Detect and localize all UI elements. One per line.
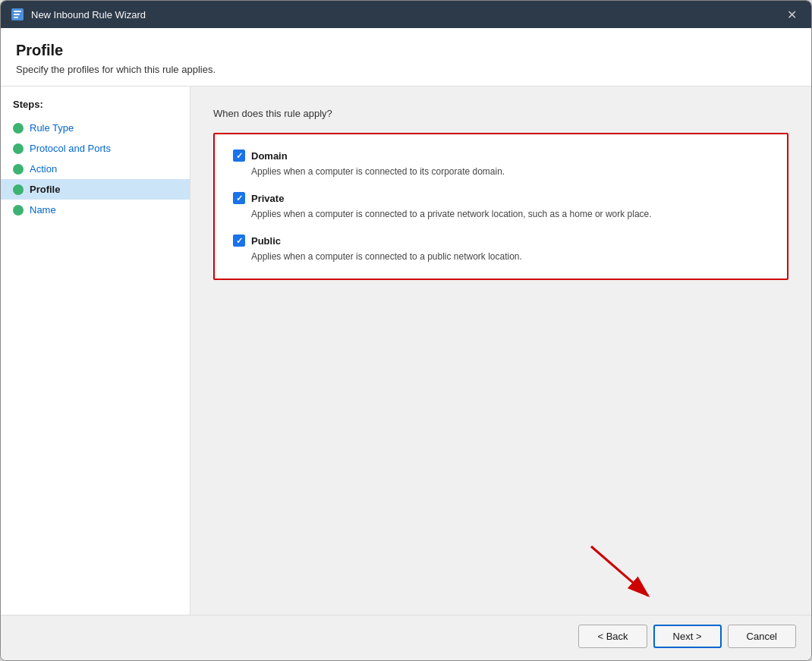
private-option: ✓ Private Applies when a computer is con… (233, 192, 769, 221)
sidebar-item-protocol-ports[interactable]: Protocol and Ports (1, 138, 190, 159)
svg-rect-3 (14, 17, 18, 18)
domain-checkbox-row: ✓ Domain (233, 150, 769, 162)
sidebar-item-rule-type[interactable]: Rule Type (1, 118, 190, 138)
sidebar-item-action[interactable]: Action (1, 159, 190, 179)
private-checkmark: ✓ (236, 194, 243, 203)
footer: < Back Next > Cancel (1, 615, 811, 660)
sidebar: Steps: Rule Type Protocol and Ports Acti… (1, 87, 190, 615)
profile-options-box: ✓ Domain Applies when a computer is conn… (213, 133, 788, 280)
public-title: Public (251, 235, 281, 247)
domain-description: Applies when a computer is connected to … (251, 165, 769, 178)
public-checkmark: ✓ (236, 236, 243, 246)
header-section: Profile Specify the profiles for which t… (1, 28, 811, 87)
domain-checkmark: ✓ (236, 151, 243, 161)
arrow-svg (576, 539, 667, 607)
step-label-name: Name (30, 204, 56, 216)
sidebar-item-profile[interactable]: Profile (1, 179, 190, 200)
step-label-profile: Profile (30, 184, 60, 195)
sidebar-item-name[interactable]: Name (1, 200, 190, 220)
page-subtitle: Specify the profiles for which this rule… (16, 64, 796, 75)
svg-line-5 (591, 546, 648, 596)
public-option: ✓ Public Applies when a computer is conn… (233, 234, 769, 263)
private-checkbox[interactable]: ✓ (233, 192, 245, 204)
app-icon (10, 7, 25, 22)
back-button[interactable]: < Back (578, 625, 647, 648)
close-button[interactable]: ✕ (781, 4, 802, 25)
page-title: Profile (16, 42, 796, 59)
public-checkbox-row: ✓ Public (233, 234, 769, 247)
domain-option: ✓ Domain Applies when a computer is conn… (233, 150, 769, 178)
private-checkbox-row: ✓ Private (233, 192, 769, 204)
question-text: When does this rule apply? (213, 108, 788, 119)
next-button[interactable]: Next > (653, 625, 722, 648)
title-bar: New Inbound Rule Wizard ✕ (1, 1, 811, 28)
step-dot-profile (13, 184, 24, 195)
svg-rect-2 (14, 14, 20, 15)
public-description: Applies when a computer is connected to … (251, 250, 769, 263)
svg-rect-1 (14, 11, 21, 12)
domain-title: Domain (251, 150, 288, 162)
private-title: Private (251, 193, 284, 204)
domain-checkbox[interactable]: ✓ (233, 150, 245, 162)
body-layout: Steps: Rule Type Protocol and Ports Acti… (1, 87, 811, 615)
content-spacer (213, 280, 788, 539)
wizard-window: New Inbound Rule Wizard ✕ Profile Specif… (0, 0, 812, 661)
step-dot-name (13, 205, 24, 216)
main-content: When does this rule apply? ✓ Domain Appl… (190, 87, 811, 615)
steps-heading: Steps: (1, 99, 190, 118)
public-checkbox[interactable]: ✓ (233, 234, 245, 247)
step-label-rule-type: Rule Type (30, 122, 74, 134)
step-label-protocol-ports: Protocol and Ports (30, 143, 111, 154)
step-dot-action (13, 164, 24, 175)
private-description: Applies when a computer is connected to … (251, 207, 769, 221)
arrow-annotation (213, 539, 788, 615)
step-dot-protocol-ports (13, 143, 24, 154)
step-label-action: Action (30, 163, 57, 175)
cancel-button[interactable]: Cancel (728, 625, 796, 648)
window-title: New Inbound Rule Wizard (31, 9, 781, 20)
step-dot-rule-type (13, 123, 24, 134)
